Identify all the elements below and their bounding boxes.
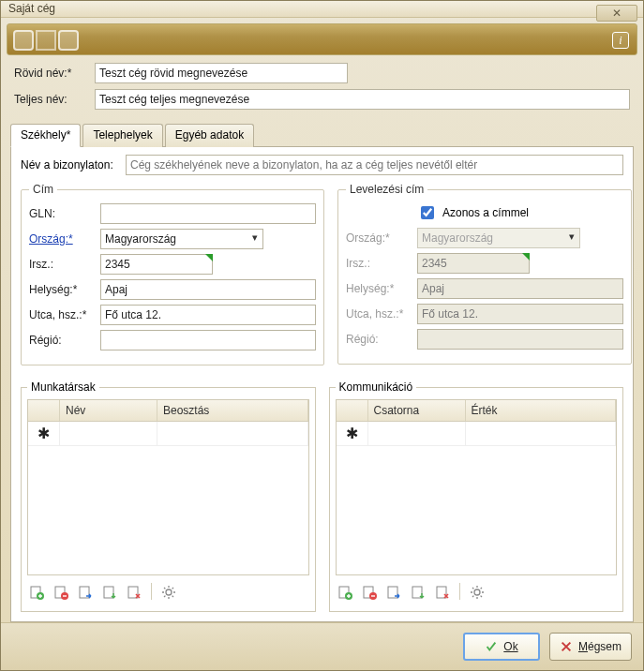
- ok-button[interactable]: Ok: [463, 633, 540, 661]
- mail-country-select: Magyarország: [417, 228, 580, 248]
- col-role[interactable]: Beosztás: [157, 400, 308, 421]
- new-row[interactable]: ✱: [28, 422, 308, 446]
- zip-label: Irsz.:: [29, 258, 100, 271]
- import-icon[interactable]: [100, 583, 119, 602]
- dialog-window: Saját cég ✕ i Rövid név:* Teljes név: Sz…: [0, 0, 644, 671]
- dialog-footer: Ok Mégsem: [1, 622, 643, 670]
- region-label: Régió:: [29, 334, 100, 347]
- check-icon: [485, 640, 498, 653]
- grid-rowheader: [28, 400, 60, 421]
- remove-icon[interactable]: [360, 583, 379, 602]
- mail-zip-label: Irsz.:: [346, 257, 417, 270]
- move-icon[interactable]: [384, 583, 403, 602]
- tab-content: Név a bizonylaton: Cím GLN: Ország:* Mag…: [10, 147, 634, 622]
- address-group: Cím GLN: Ország:* Magyarország Irsz.: He…: [21, 183, 324, 365]
- city-label: Helység:*: [29, 283, 100, 296]
- comm-group: Kommunikáció Csatorna Érték ✱: [329, 380, 624, 612]
- add-icon[interactable]: [336, 583, 354, 602]
- street-input[interactable]: [100, 305, 316, 325]
- col-value[interactable]: Érték: [466, 400, 617, 421]
- import-icon[interactable]: [409, 583, 427, 602]
- close-button[interactable]: ✕: [596, 5, 637, 22]
- mail-legend: Levelezési cím: [346, 183, 427, 196]
- workers-legend: Munkatársak: [27, 380, 99, 394]
- svg-point-7: [166, 589, 172, 595]
- short-name-input[interactable]: [95, 63, 348, 83]
- mail-region-label: Régió:: [346, 333, 417, 346]
- titlebar: Saját cég ✕: [1, 1, 643, 18]
- mail-zip-input: [417, 253, 530, 274]
- svg-rect-6: [128, 587, 138, 598]
- svg-rect-14: [437, 587, 446, 598]
- region-input[interactable]: [100, 330, 316, 350]
- mail-city-label: Helység:*: [346, 282, 417, 295]
- ok-label: Ok: [503, 640, 517, 653]
- gln-input[interactable]: [100, 203, 316, 224]
- country-link[interactable]: Ország:*: [29, 232, 100, 246]
- cancel-button[interactable]: Mégsem: [549, 633, 632, 661]
- delete-icon[interactable]: [433, 583, 452, 602]
- header-banner: i: [7, 23, 637, 55]
- city-input[interactable]: [100, 279, 316, 300]
- mail-country-label: Ország:*: [346, 231, 417, 245]
- separator: [459, 583, 460, 600]
- same-address-checkbox[interactable]: [421, 206, 434, 219]
- cross-icon: [560, 640, 573, 653]
- address-legend: Cím: [29, 183, 57, 196]
- comm-grid[interactable]: Csatorna Érték ✱: [336, 399, 618, 575]
- window-title: Saját cég: [8, 2, 55, 15]
- remove-icon[interactable]: [52, 583, 70, 602]
- biz-name-input[interactable]: [126, 155, 623, 175]
- gear-icon[interactable]: [468, 583, 487, 602]
- info-icon[interactable]: i: [612, 32, 629, 49]
- decor-square: [58, 30, 79, 51]
- tab-egyeb[interactable]: Egyéb adatok: [165, 124, 254, 147]
- comm-legend: Kommunikáció: [336, 380, 417, 394]
- mail-address-group: Levelezési cím Azonos a címmel Ország:* …: [337, 183, 632, 365]
- full-name-input[interactable]: [95, 89, 630, 110]
- new-row[interactable]: ✱: [337, 422, 617, 446]
- decor-square: [13, 30, 34, 51]
- full-name-label: Teljes név:: [14, 93, 95, 106]
- zip-input[interactable]: [100, 254, 213, 275]
- gear-icon[interactable]: [159, 583, 178, 602]
- mail-street-label: Utca, hsz.:*: [346, 307, 417, 321]
- comm-toolbar: [336, 581, 618, 604]
- header-form: Rövid név:* Teljes név:: [1, 55, 643, 119]
- tab-szekhely[interactable]: Székhely*: [10, 124, 81, 147]
- move-icon[interactable]: [76, 583, 95, 602]
- tab-bar: Székhely* Telephelyek Egyéb adatok: [10, 123, 634, 147]
- svg-point-15: [474, 589, 480, 595]
- workers-group: Munkatársak Név Beosztás ✱: [21, 380, 316, 612]
- gln-label: GLN:: [29, 207, 100, 220]
- same-address-label: Azonos a címmel: [442, 206, 529, 219]
- cancel-label: Mégsem: [578, 640, 622, 653]
- biz-name-label: Név a bizonylaton:: [21, 158, 126, 171]
- workers-toolbar: [27, 581, 309, 604]
- decor-square: [36, 30, 56, 51]
- mail-street-input: [417, 304, 623, 324]
- short-name-label: Rövid név:*: [14, 67, 95, 80]
- col-name[interactable]: Név: [60, 400, 157, 421]
- mail-city-input: [417, 278, 623, 299]
- delete-icon[interactable]: [125, 583, 143, 602]
- col-channel[interactable]: Csatorna: [368, 400, 466, 421]
- workers-grid[interactable]: Név Beosztás ✱: [27, 399, 309, 575]
- street-label: Utca, hsz.:*: [29, 308, 100, 321]
- mail-region-input: [417, 329, 623, 350]
- tab-telephelyek[interactable]: Telephelyek: [82, 124, 162, 147]
- separator: [151, 583, 152, 600]
- grid-rowheader: [337, 400, 368, 421]
- country-select[interactable]: Magyarország: [100, 229, 263, 249]
- add-icon[interactable]: [27, 583, 46, 602]
